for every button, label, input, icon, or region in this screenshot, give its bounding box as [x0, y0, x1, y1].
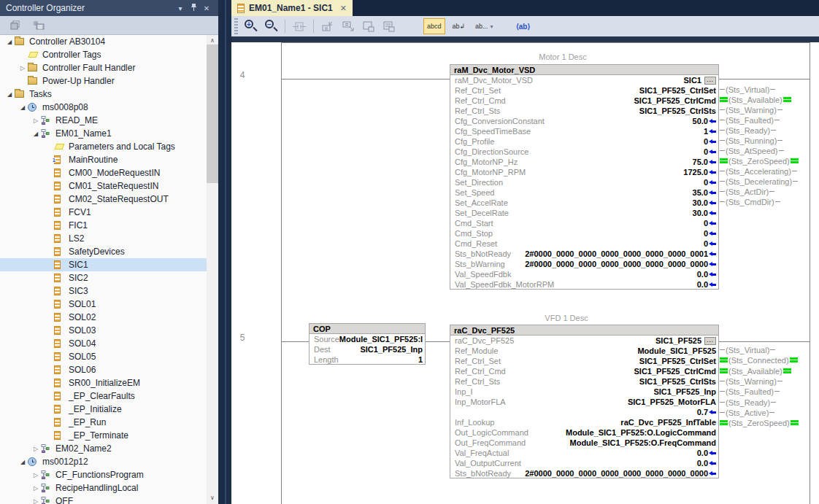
tree-item-cm01-staterequestin[interactable]: CM01_StateRequestIN: [0, 179, 207, 193]
collapsed-arrow-icon[interactable]: ▷: [31, 446, 41, 452]
block-row-cmd-stop[interactable]: Cmd_Stop0: [450, 228, 718, 239]
param-value[interactable]: SIC1_PF525_CtrlSts: [639, 376, 716, 387]
block-row-set-accelrate[interactable]: Set_AccelRate30.0: [450, 198, 718, 208]
add-list-icon[interactable]: [31, 18, 47, 34]
tree-item-ls2[interactable]: LS2: [0, 232, 207, 245]
block-row-sts-bnotready[interactable]: Sts_bNotReady2#0000_0000_0000_0000_0000_…: [450, 468, 718, 478]
param-value[interactable]: Module_SIC1_PF525:I: [339, 334, 423, 344]
tree-item-sol03[interactable]: SOL03: [0, 324, 207, 337]
tree-item-ep-run[interactable]: _EP_Run: [0, 416, 207, 429]
param-value[interactable]: 0: [704, 177, 716, 187]
coil-sts-available[interactable]: (Sts_Available): [720, 95, 791, 104]
coil-sts-virtual[interactable]: (Sts_Virtual): [720, 345, 775, 354]
tree-item-sic1[interactable]: SIC1: [0, 258, 207, 271]
panel-splitter[interactable]: [218, 0, 231, 504]
param-value[interactable]: 1: [418, 354, 423, 365]
expanded-arrow-icon[interactable]: ◢: [18, 104, 28, 111]
coil-sts-connected[interactable]: (Sts_Connected): [720, 355, 798, 365]
tree-item-sol06[interactable]: SOL06: [0, 363, 207, 376]
param-value[interactable]: 1725.0: [683, 167, 716, 177]
tree-item-fcv1[interactable]: FCV1: [0, 206, 207, 219]
collapsed-arrow-icon[interactable]: ▷: [18, 65, 28, 71]
delete-branch-icon[interactable]: [381, 18, 397, 34]
coil-sts-ready[interactable]: (Sts_Ready): [720, 398, 776, 407]
block-row-val-outputcurrent[interactable]: Val_OutputCurrent0.0: [450, 458, 718, 468]
param-value[interactable]: 35.0: [693, 187, 716, 198]
param-value[interactable]: 2#0000_0000_0000_0000_0000_0000_0000_000…: [525, 468, 716, 478]
block-row-length[interactable]: Length1: [309, 354, 425, 365]
param-value[interactable]: 0.0: [697, 279, 716, 290]
param-value[interactable]: 1: [704, 126, 716, 136]
tree-item-sol02[interactable]: SOL02: [0, 311, 207, 324]
wrap-operand-button[interactable]: ab↲: [450, 18, 469, 34]
block-row-val-speedfdbk[interactable]: Val_SpeedFdbk0.0: [450, 269, 718, 279]
coil-sts-cmddir[interactable]: (Sts_CmdDir): [720, 197, 780, 206]
param-value[interactable]: SIC1_PF525_Inp: [653, 387, 716, 397]
tree-item-ep-clearfaults[interactable]: _EP_ClearFaults: [0, 389, 207, 403]
tree-item-mainroutine[interactable]: 1MainRoutine: [0, 153, 207, 166]
param-value[interactable]: 0: [704, 239, 716, 249]
tree-item-ep-terminate[interactable]: _EP_Terminate: [0, 429, 207, 442]
tree-item-sic2[interactable]: SIC2: [0, 271, 207, 284]
coil-sts-available[interactable]: (Sts_Available): [720, 366, 791, 376]
tree-item-read-me[interactable]: ▷READ_ME: [0, 114, 207, 127]
export-rung-icon[interactable]: [340, 18, 356, 34]
param-value[interactable]: SIC1_PF525_CtrlSet: [639, 85, 716, 96]
collapsed-arrow-icon[interactable]: ▷: [31, 485, 41, 492]
block-row-ref-module[interactable]: Ref_ModuleModule_SIC1_PF525: [450, 346, 718, 356]
block-row-cmd-start[interactable]: Cmd_Start0: [450, 218, 718, 228]
tree-item-cm00-moderequestin[interactable]: CM00_ModeRequestIN: [0, 166, 207, 179]
tree-item-em01-name1[interactable]: ◢EM01_Name1: [0, 127, 207, 140]
truncate-operand-button[interactable]: ab... ▾: [472, 18, 496, 34]
coil-sts-virtual[interactable]: (Sts_Virtual): [720, 85, 775, 94]
cop-instruction-block[interactable]: COPSourceModule_SIC1_PF525:IDestSIC1_PF5…: [309, 323, 426, 365]
tab-em01-name1-sic1[interactable]: EM01_Name1 - SIC1 ✕: [231, 0, 353, 16]
collapsed-arrow-icon[interactable]: ▷: [31, 117, 41, 124]
block-row-cfg-motornp-hz[interactable]: Cfg_MotorNP_Hz75.0: [450, 157, 718, 167]
tree-item-sic3[interactable]: SIC3: [0, 284, 207, 298]
param-value[interactable]: 0: [704, 136, 716, 147]
coil-sts-zerospeed[interactable]: (Sts_ZeroSpeed): [720, 156, 799, 166]
toolbar-grip[interactable]: [234, 18, 238, 34]
block-row-inp-i[interactable]: Inp_ISIC1_PF525_Inp: [450, 387, 718, 397]
tree-item-controller-ab30104[interactable]: ◢Controller AB30104: [0, 35, 207, 48]
block-row-out-logiccommand[interactable]: Out_LogicCommandModule_SIC1_PF525:O.Logi…: [450, 427, 718, 438]
param-value[interactable]: 0: [704, 218, 716, 228]
block-row-val-freqactual[interactable]: Val_FreqActual0.0: [450, 448, 718, 458]
block-row-inp-motorfla[interactable]: Inp_MotorFLASIC1_PF525_MotorFLA: [450, 397, 718, 407]
param-value[interactable]: 0.0: [697, 458, 716, 468]
tree-item-cf-functionsprogram[interactable]: ▷CF_FunctionsProgram: [0, 468, 207, 481]
block-row-value[interactable]: 0.7: [450, 407, 718, 417]
tree-item-off[interactable]: ▷OFF: [0, 495, 207, 504]
coil-sts-faulted[interactable]: (Sts_Faulted): [720, 387, 780, 396]
chevron-down-icon[interactable]: ▾: [174, 4, 187, 12]
param-value[interactable]: SIC1_PF525_CtrlSts: [639, 106, 716, 116]
block-row-val-speedfdbk-motorrpm[interactable]: Val_SpeedFdbk_MotorRPM0.0: [450, 279, 718, 290]
param-value[interactable]: 50.0: [693, 116, 716, 126]
tab-close-icon[interactable]: ✕: [337, 4, 347, 13]
param-value[interactable]: SIC1_PF525...: [655, 336, 716, 346]
tree-item-controller-fault-handler[interactable]: ▷Controller Fault Handler: [0, 61, 207, 74]
param-value[interactable]: SIC1_PF525_CtrlCmd: [634, 96, 717, 106]
block-row-cfg-conversionconstant[interactable]: Cfg_ConversionConstant50.0: [450, 116, 718, 126]
param-value[interactable]: SIC1_PF525_CtrlSet: [639, 356, 716, 366]
tree-item-cm02-staterequestout[interactable]: CM02_StateRequestOUT: [0, 193, 207, 206]
aoi-block-rac-dvc-pf525[interactable]: raC_Dvc_PF525raC_Dvc_PF525SIC1_PF525...R…: [450, 325, 719, 478]
block-row-rac-dvc-pf525[interactable]: raC_Dvc_PF525SIC1_PF525...: [450, 336, 718, 346]
tree-item-fic1[interactable]: FIC1: [0, 219, 207, 232]
param-value[interactable]: 2#0000_0000_0000_0000_0000_0000_0000_000…: [525, 259, 716, 269]
param-value[interactable]: raC_Dvc_PF525_InfTable: [620, 417, 716, 427]
block-row-sts-bnotready[interactable]: Sts_bNotReady2#0000_0000_0000_0000_0000_…: [450, 249, 718, 259]
zoom-in-icon[interactable]: +: [242, 18, 258, 34]
param-value[interactable]: SIC1_PF525_MotorFLA: [628, 397, 716, 407]
block-row-dest[interactable]: DestSIC1_PF525_Inp: [309, 344, 425, 354]
block-row-ref-ctrl-sts[interactable]: Ref_Ctrl_StsSIC1_PF525_CtrlSts: [450, 106, 718, 116]
collapsed-arrow-icon[interactable]: ▷: [31, 498, 41, 504]
block-row-ref-ctrl-cmd[interactable]: Ref_Ctrl_CmdSIC1_PF525_CtrlCmd: [450, 366, 718, 376]
block-row-sts-bwarning[interactable]: Sts_bWarning2#0000_0000_0000_0000_0000_0…: [450, 259, 718, 269]
block-row-cfg-profile[interactable]: Cfg_Profile0: [450, 136, 718, 147]
block-row-set-speed[interactable]: Set_Speed35.0: [450, 187, 718, 198]
coil-sts-zerospeed[interactable]: (Sts_ZeroSpeed): [720, 418, 799, 427]
tree-item-ms0012p12[interactable]: ◢ms0012p12: [0, 455, 207, 468]
stacked-pages-icon[interactable]: [7, 18, 23, 34]
